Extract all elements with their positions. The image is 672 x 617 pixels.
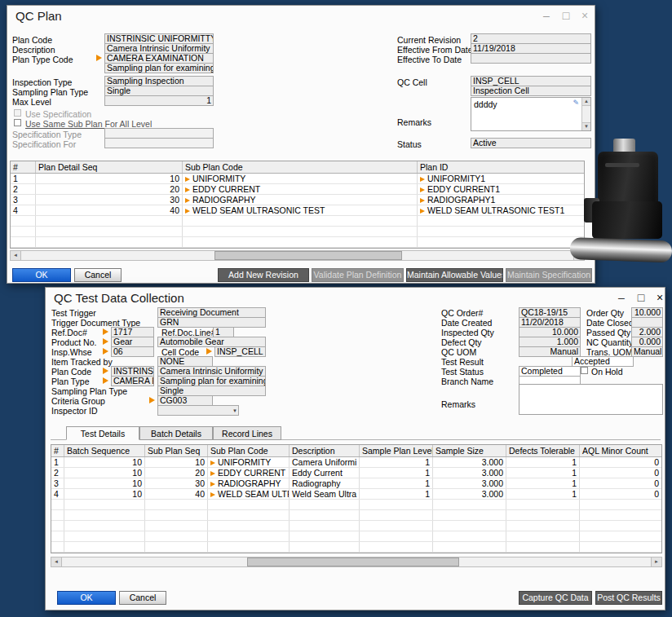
col-header-description[interactable]: Description [290, 445, 360, 456]
col-header-sub-plan-code[interactable]: Sub Plan Code [208, 445, 290, 456]
link-arrow-icon[interactable] [103, 368, 108, 374]
specification-for-field[interactable] [104, 138, 214, 148]
inspector-id-field[interactable]: ▼ [157, 405, 239, 416]
col-header-sample-plan-level[interactable]: Sample Plan Level [360, 445, 433, 456]
link-arrow-icon[interactable] [185, 198, 190, 203]
cell-plan-id[interactable]: RADIOGRAPHY1 [418, 195, 584, 205]
cell-code-field[interactable]: INSP_CELL [214, 346, 266, 357]
cell-sub-plan-seq[interactable]: 40 [145, 489, 208, 499]
cell-description[interactable]: Radiography [290, 478, 360, 488]
table-row[interactable]: 1 10 10 UNIFORMITY Camera Uniformi 1 3.0… [51, 457, 661, 468]
remarks-field[interactable] [519, 384, 663, 415]
cell-plan-detail-seq[interactable]: 10 [36, 174, 183, 183]
table-row[interactable]: 3 10 30 RADIOGRAPHY Radiography 1 3.000 … [51, 478, 661, 489]
scroll-left-button[interactable]: ◄ [51, 558, 62, 566]
close-icon[interactable]: × [577, 8, 592, 23]
cell-sub-plan-code[interactable]: WELD SEAM ULTRASONIC TEST [183, 205, 418, 215]
link-arrow-icon[interactable] [96, 55, 102, 61]
cell-aql-minor-count[interactable]: 0 [580, 468, 661, 478]
scroll-down-button[interactable]: ▼ [582, 122, 590, 130]
maximize-icon[interactable]: □ [634, 290, 648, 305]
cell-plan-id[interactable]: WELD SEAM ULTRASONIC TEST1 [418, 205, 584, 215]
remarks-scrollbar[interactable]: ▲ ▼ [581, 98, 590, 130]
cell-row-num[interactable]: 4 [51, 489, 64, 499]
cancel-button[interactable]: Cancel [74, 268, 122, 282]
cell-sample-size[interactable]: 3.000 [433, 478, 506, 488]
scroll-left-button[interactable]: ◄ [11, 251, 21, 260]
table-row[interactable]: 3 30 RADIOGRAPHY RADIOGRAPHY1 [11, 195, 584, 205]
cell-sub-plan-code[interactable]: UNIFORMITY [208, 457, 290, 467]
horizontal-scrollbar[interactable]: ◄ ► [51, 557, 662, 567]
link-arrow-icon[interactable] [420, 187, 425, 192]
cell-sample-plan-level[interactable]: 1 [360, 457, 433, 467]
status-field[interactable]: Active [471, 138, 591, 148]
dropdown-icon[interactable]: ▼ [232, 408, 237, 415]
capture-qc-data-button[interactable]: Capture QC Data [519, 591, 592, 605]
close-icon[interactable]: × [652, 290, 667, 305]
add-new-revision-button[interactable]: Add New Revision [218, 268, 309, 282]
cell-row-num[interactable]: 4 [11, 205, 36, 215]
horizontal-scrollbar[interactable]: ◄ ► [10, 250, 585, 261]
cell-plan-detail-seq[interactable]: 40 [36, 205, 183, 215]
cell-sample-plan-level[interactable]: 1 [360, 478, 433, 488]
table-row[interactable]: 4 10 40 WELD SEAM ULTR Weld Seam Ultra 1… [51, 489, 661, 500]
cell-aql-minor-count[interactable]: 0 [580, 478, 661, 488]
cell-sub-plan-code[interactable]: UNIFORMITY [183, 174, 418, 183]
cell-sample-plan-level[interactable]: 1 [360, 468, 433, 478]
remarks-field[interactable]: ddddy ✎ ▲ ▼ [471, 97, 591, 131]
col-header-aql-minor-count[interactable]: AQL Minor Count [580, 445, 661, 456]
tab-test-details[interactable]: Test Details [66, 426, 139, 440]
scrollbar-thumb[interactable] [247, 558, 459, 566]
scroll-up-button[interactable]: ▲ [582, 98, 590, 106]
link-arrow-icon[interactable] [210, 482, 215, 487]
remarks-note-icon[interactable]: ✎ [573, 99, 579, 107]
link-arrow-icon[interactable] [103, 328, 108, 335]
qc-cell-description-field[interactable]: Inspection Cell [471, 86, 591, 96]
minimize-icon[interactable]: – [614, 290, 629, 305]
cell-plan-detail-seq[interactable]: 20 [36, 184, 183, 194]
table-row[interactable]: 2 20 EDDY CURRENT EDDY CURRENT1 [11, 184, 584, 195]
link-arrow-icon[interactable] [185, 187, 190, 192]
cell-defects-tolerable[interactable]: 1 [506, 457, 580, 467]
cell-sub-plan-code[interactable]: RADIOGRAPHY [208, 478, 290, 488]
col-header-plan-id[interactable]: Plan ID [418, 161, 584, 173]
post-qc-results-button[interactable]: Post QC Results [595, 591, 662, 605]
cell-sub-plan-seq[interactable]: 10 [145, 457, 208, 467]
cell-row-num[interactable]: 3 [51, 478, 64, 488]
col-header-defects-tolerable[interactable]: Defects Tolerable [506, 445, 580, 456]
ok-button[interactable]: OK [57, 591, 116, 605]
cell-row-num[interactable]: 3 [11, 195, 36, 205]
cell-defects-tolerable[interactable]: 1 [506, 468, 580, 478]
table-row[interactable]: 2 10 20 EDDY CURRENT Eddy Current 1 3.00… [51, 468, 661, 478]
col-header-batch-sequence[interactable]: Batch Sequence [64, 445, 145, 456]
col-header-sample-size[interactable]: Sample Size [433, 445, 506, 456]
link-arrow-icon[interactable] [210, 471, 215, 476]
cell-sub-plan-code[interactable]: RADIOGRAPHY [183, 195, 418, 205]
col-header-num[interactable]: # [11, 161, 36, 173]
effective-to-field[interactable] [471, 53, 591, 64]
cell-batch-sequence[interactable]: 10 [64, 478, 145, 488]
minimize-icon[interactable]: – [539, 8, 554, 23]
link-arrow-icon[interactable] [103, 377, 108, 384]
table-row[interactable]: 1 10 UNIFORMITY UNIFORMITY1 [11, 174, 584, 184]
on-hold-checkbox[interactable] [581, 367, 588, 374]
maintain-allowable-values-button[interactable]: Maintain Allowable Values [406, 268, 503, 282]
link-arrow-icon[interactable] [206, 348, 212, 355]
trans-uom-field[interactable]: Manual [631, 346, 663, 357]
max-level-field[interactable]: 1 [104, 95, 214, 106]
link-arrow-icon[interactable] [420, 198, 425, 203]
link-arrow-icon[interactable] [420, 209, 425, 214]
use-same-sub-plan-checkbox[interactable] [14, 119, 21, 126]
cell-sub-plan-seq[interactable]: 20 [145, 468, 208, 478]
cell-row-num[interactable]: 2 [51, 468, 64, 478]
cell-row-num[interactable]: 2 [11, 184, 36, 194]
plan-type-field[interactable]: CAMERA EXAM [111, 376, 154, 386]
col-header-plan-detail-seq[interactable]: Plan Detail Seq [36, 161, 183, 173]
scroll-right-button[interactable]: ► [651, 558, 661, 566]
cell-sample-size[interactable]: 3.000 [433, 457, 506, 467]
cell-sub-plan-code[interactable]: EDDY CURRENT [183, 184, 418, 194]
tab-record-lines[interactable]: Record Lines [213, 426, 281, 440]
cell-defects-tolerable[interactable]: 1 [506, 489, 580, 499]
cell-plan-id[interactable]: UNIFORMITY1 [418, 174, 584, 183]
cell-sample-plan-level[interactable]: 1 [360, 489, 433, 499]
